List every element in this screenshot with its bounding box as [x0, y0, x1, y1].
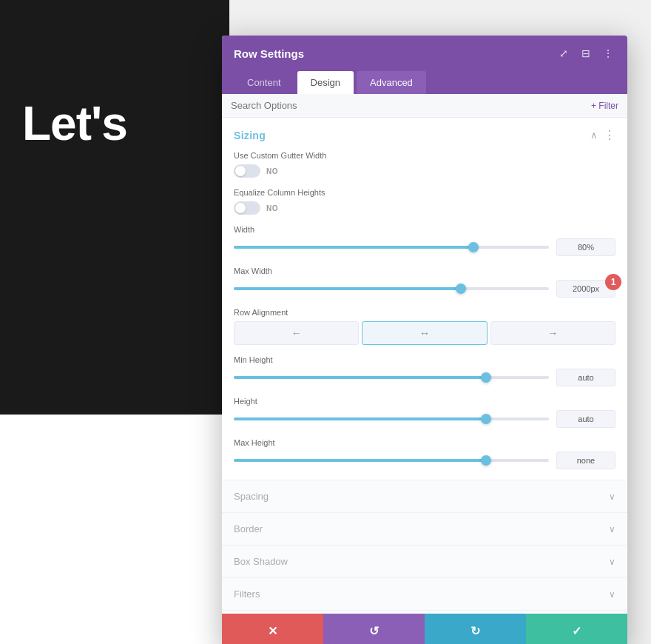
height-field: Height auto: [234, 397, 615, 428]
section-controls: ∧ ⋮: [590, 128, 615, 142]
gutter-width-toggle-label: NO: [266, 167, 278, 175]
min-height-slider-wrapper: [234, 376, 549, 379]
box-shadow-title: Box Shadow: [234, 556, 288, 567]
spacing-chevron: ∨: [609, 492, 615, 502]
max-height-slider-wrapper: [234, 459, 549, 462]
max-height-value[interactable]: none: [556, 452, 615, 469]
min-height-slider-fill: [234, 376, 486, 379]
equalize-heights-toggle-row: NO: [234, 201, 615, 215]
filter-button[interactable]: + Filter: [591, 101, 618, 111]
save-button[interactable]: ✓: [526, 614, 627, 644]
height-label: Height: [234, 397, 615, 406]
gutter-width-toggle-knob: [235, 166, 246, 176]
max-width-slider-track[interactable]: [234, 287, 549, 290]
redo-button[interactable]: ↻: [425, 614, 526, 644]
min-height-value[interactable]: auto: [556, 369, 615, 386]
border-chevron: ∨: [609, 524, 615, 534]
min-height-label: Min Height: [234, 355, 615, 364]
max-width-slider-wrapper: [234, 287, 549, 290]
min-height-slider-track[interactable]: [234, 376, 549, 379]
height-slider-row: auto: [234, 410, 615, 428]
width-slider-wrapper: [234, 246, 549, 249]
tab-advanced[interactable]: Advanced: [357, 71, 426, 94]
header-icons: ⤢ ⊟ ⋮: [556, 46, 615, 61]
equalize-heights-toggle-label: NO: [266, 204, 278, 212]
width-slider-track[interactable]: [234, 246, 549, 249]
row-alignment-label: Row Alignment: [234, 308, 615, 317]
equalize-heights-toggle[interactable]: [234, 201, 260, 215]
min-height-field: Min Height auto: [234, 355, 615, 386]
row-alignment-field: Row Alignment ← ↔ →: [234, 308, 615, 345]
height-slider-thumb[interactable]: [481, 414, 491, 424]
search-bar: + Filter: [222, 94, 627, 118]
gutter-width-label: Use Custom Gutter Width: [234, 151, 615, 160]
width-slider-row: 80%: [234, 238, 615, 256]
height-slider-fill: [234, 417, 486, 420]
align-left-icon: ←: [291, 327, 302, 339]
spacing-title: Spacing: [234, 491, 269, 502]
sizing-more-icon[interactable]: ⋮: [604, 128, 615, 142]
row-settings-panel: Row Settings ⤢ ⊟ ⋮ Content Design Advanc…: [222, 36, 627, 644]
tab-design[interactable]: Design: [297, 71, 354, 94]
equalize-heights-field: Equalize Column Heights NO: [234, 188, 615, 215]
max-height-slider-track[interactable]: [234, 459, 549, 462]
max-width-slider-row: 2000px 1: [234, 280, 615, 298]
sizing-section-header: Sizing ∧ ⋮: [234, 128, 615, 142]
max-width-field: Max Width 2000px 1: [234, 266, 615, 298]
min-height-slider-thumb[interactable]: [481, 372, 491, 383]
max-height-slider-fill: [234, 459, 486, 462]
height-slider-track[interactable]: [234, 417, 549, 420]
box-shadow-section[interactable]: Box Shadow ∨: [222, 546, 627, 578]
sizing-section: Sizing ∧ ⋮ Use Custom Gutter Width NO E: [222, 118, 627, 480]
max-width-slider-fill: [234, 287, 461, 290]
align-center-icon: ↔: [419, 327, 430, 339]
tabs-bar: Content Design Advanced: [222, 71, 627, 94]
max-height-slider-thumb[interactable]: [481, 455, 491, 466]
max-height-field: Max Height none: [234, 438, 615, 469]
align-center-button[interactable]: ↔: [362, 321, 487, 345]
panel-footer: ✕ ↺ ↻ ✓: [222, 614, 627, 644]
width-label: Width: [234, 225, 615, 234]
background-text: Let's: [22, 96, 127, 151]
align-right-icon: →: [547, 327, 558, 339]
equalize-heights-toggle-knob: [235, 203, 246, 213]
max-height-label: Max Height: [234, 438, 615, 447]
search-input[interactable]: [231, 100, 379, 111]
min-height-slider-row: auto: [234, 369, 615, 386]
expand-icon[interactable]: ⤢: [556, 46, 571, 61]
width-value[interactable]: 80%: [556, 238, 615, 256]
undo-button[interactable]: ↺: [323, 614, 425, 644]
background-white: [0, 415, 229, 644]
sizing-title: Sizing: [234, 130, 266, 141]
align-right-button[interactable]: →: [490, 321, 615, 345]
alignment-row: ← ↔ →: [234, 321, 615, 345]
max-width-value-wrapper: 2000px 1: [556, 280, 615, 298]
tab-content[interactable]: Content: [234, 71, 294, 94]
filters-chevron: ∨: [609, 589, 615, 600]
align-left-button[interactable]: ←: [234, 321, 359, 345]
spacing-section[interactable]: Spacing ∨: [222, 480, 627, 513]
cancel-button[interactable]: ✕: [222, 614, 323, 644]
split-icon[interactable]: ⊟: [579, 46, 593, 61]
max-width-slider-thumb[interactable]: [456, 284, 466, 294]
filters-title: Filters: [234, 588, 260, 600]
panel-content: Sizing ∧ ⋮ Use Custom Gutter Width NO E: [222, 118, 627, 614]
equalize-heights-label: Equalize Column Heights: [234, 188, 615, 197]
height-value[interactable]: auto: [556, 410, 615, 428]
border-section[interactable]: Border ∨: [222, 513, 627, 546]
gutter-width-field: Use Custom Gutter Width NO: [234, 151, 615, 178]
border-title: Border: [234, 523, 263, 534]
filters-section[interactable]: Filters ∨: [222, 578, 627, 611]
max-width-badge: 1: [605, 274, 621, 290]
panel-title: Row Settings: [234, 47, 304, 60]
gutter-width-toggle-row: NO: [234, 164, 615, 178]
more-icon[interactable]: ⋮: [601, 46, 615, 61]
width-slider-thumb[interactable]: [468, 242, 479, 252]
height-slider-wrapper: [234, 417, 549, 420]
width-slider-fill: [234, 246, 473, 249]
sizing-collapse-icon[interactable]: ∧: [590, 130, 598, 141]
gutter-width-toggle[interactable]: [234, 164, 260, 178]
max-height-slider-row: none: [234, 452, 615, 469]
width-field: Width 80%: [234, 225, 615, 256]
box-shadow-chevron: ∨: [609, 557, 615, 567]
